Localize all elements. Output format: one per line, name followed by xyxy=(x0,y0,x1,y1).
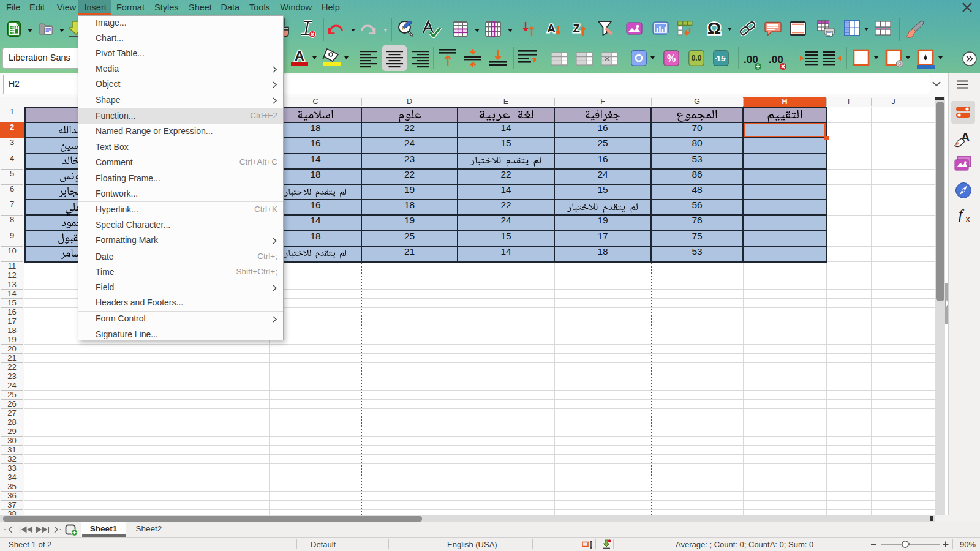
svg-text:f: f xyxy=(959,207,965,222)
svg-text:15: 15 xyxy=(717,54,725,63)
svg-text:.00: .00 xyxy=(769,54,783,66)
svg-text:Z: Z xyxy=(573,22,580,35)
svg-text:0.0: 0.0 xyxy=(692,54,702,62)
svg-text:.00: .00 xyxy=(744,54,758,66)
svg-text:%: % xyxy=(667,53,676,64)
svg-text:Ω: Ω xyxy=(707,20,721,38)
svg-text:A: A xyxy=(547,22,556,35)
svg-text:x: x xyxy=(966,214,970,223)
svg-text:A: A xyxy=(295,48,304,64)
